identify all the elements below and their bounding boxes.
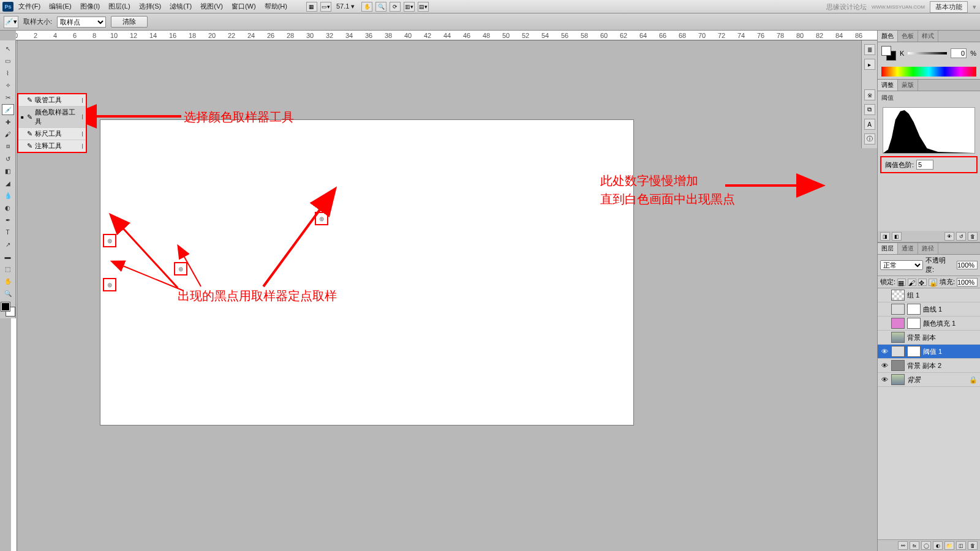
color-swatch[interactable] [1,302,15,316]
layer-row[interactable]: 背景 副本 [878,331,980,345]
flyout-item[interactable]: ■✎颜色取样器工具I [18,107,86,128]
brush-tool[interactable]: 🖌 [2,129,14,140]
lock-transparent-icon[interactable]: ▦ [897,279,906,286]
lasso-tool[interactable]: ⌇ [2,67,14,78]
layer-row[interactable]: 👁背景 副本 2 [878,359,980,373]
menu-window[interactable]: 窗口(W) [228,1,260,12]
dodge-tool[interactable]: ◐ [2,202,14,213]
flyout-item[interactable]: ✎吸管工具I [18,94,86,107]
k-slider[interactable] [908,52,947,54]
eraser-tool[interactable]: ◧ [2,165,14,176]
current-tool-icon[interactable]: 💉▾ [4,16,18,28]
tab-layers[interactable]: 图层 [878,243,898,254]
lock-position-icon[interactable]: ✥ [918,279,927,286]
tab-color[interactable]: 颜色 [878,31,898,42]
color-picker-swatch[interactable] [881,46,896,61]
adj-reset-icon[interactable]: ↺ [956,232,966,241]
extras-icon[interactable]: ▥▾ [404,2,415,12]
adjustment-layer-icon[interactable]: ◐ [933,541,943,550]
clone-panel-icon[interactable]: ⧉ [864,104,875,115]
gradient-tool[interactable]: ◢ [2,178,14,189]
menu-help[interactable]: 帮助(H) [261,1,291,12]
ruler-horizontal: 0246810121416182022242628303234363840424… [16,31,877,40]
3d-tool[interactable]: ⬚ [2,263,14,274]
tab-channels[interactable]: 通道 [898,243,918,254]
rotate-icon[interactable]: ⟳ [390,2,401,12]
group-icon[interactable]: 📁 [944,541,954,550]
adj-delete-icon[interactable]: 🗑 [968,232,978,241]
heal-tool[interactable]: ✚ [2,116,14,127]
fill-input[interactable] [957,278,978,287]
menu-layer[interactable]: 图层(L) [105,1,134,12]
adj-eye-icon[interactable]: 👁 [944,232,954,241]
eyedropper-tool[interactable]: 💉 [2,104,14,115]
sample-size-select[interactable]: 取样点 [57,17,106,28]
forum-url: WWW.MISSYUAN.COM [872,4,925,10]
actions-panel-icon[interactable]: ▸ [864,59,875,70]
screen-icon[interactable]: ▤▾ [418,2,429,12]
flyout-item[interactable]: ✎注释工具I [18,140,86,152]
layer-row[interactable]: 曲线 1 [878,302,980,317]
canvas-area [17,40,877,551]
type-tool[interactable]: T [2,227,14,238]
tab-styles[interactable]: 样式 [918,31,938,42]
tab-mask[interactable]: 蒙版 [898,80,918,91]
arrange-icon[interactable]: ▭▾ [320,2,331,12]
link-layers-icon[interactable]: ⚯ [898,541,908,550]
lock-pixels-icon[interactable]: 🖌 [908,279,916,286]
shape-tool[interactable]: ▬ [2,251,14,262]
brush-panel-icon[interactable]: ※ [864,89,875,100]
blend-mode-select[interactable]: 正常 [880,260,923,270]
crop-tool[interactable]: ✂ [2,92,14,103]
hand-tool[interactable]: ✋ [2,276,14,287]
lock-all-icon[interactable]: 🔒 [929,279,937,286]
zoom-icon[interactable]: 🔍 [375,2,386,12]
layer-row[interactable]: 组 1 [878,288,980,302]
history-panel-icon[interactable]: ≣ [864,44,875,55]
new-layer-icon[interactable]: ◫ [956,541,966,550]
document-canvas[interactable] [100,120,633,425]
flyout-item[interactable]: ✎标尺工具I [18,128,86,140]
mask-icon[interactable]: ◯ [921,541,931,550]
bridge-icon[interactable]: ▦ [306,2,317,12]
wand-tool[interactable]: ✧ [2,80,14,91]
zoom-tool[interactable]: 🔍 [2,288,14,299]
tab-swatches[interactable]: 色板 [898,31,918,42]
workspace-button[interactable]: 基本功能 [930,1,968,13]
menu-select[interactable]: 选择(S) [135,1,165,12]
tab-adjust[interactable]: 调整 [878,80,898,91]
menu-file[interactable]: 文件(F) [15,1,44,12]
color-spectrum[interactable] [881,67,976,77]
menu-image[interactable]: 图像(I) [77,1,104,12]
clear-button[interactable]: 清除 [111,16,148,28]
opacity-label: 不透明度: [925,256,954,274]
menu-filter[interactable]: 滤镜(T) [166,1,195,12]
threshold-input[interactable] [916,160,933,170]
fx-icon[interactable]: fx [910,541,919,550]
layer-row[interactable]: 👁阈值 1 [878,345,980,359]
move-tool[interactable]: ↖ [2,43,14,54]
layer-row[interactable]: 颜色填充 1 [878,317,980,331]
info-panel-icon[interactable]: ⓘ [864,133,875,144]
delete-layer-icon[interactable]: 🗑 [968,541,978,550]
color-panel-tabs: 颜色 色板 样式 [878,31,980,42]
history-brush-tool[interactable]: ↺ [2,153,14,164]
tab-paths[interactable]: 路径 [918,243,938,254]
layer-row[interactable]: 👁背景🔒 [878,373,980,387]
opacity-input[interactable] [957,261,978,269]
menu-edit[interactable]: 编辑(E) [45,1,75,12]
k-value[interactable]: 0 [951,48,967,58]
char-panel-icon[interactable]: A [864,119,875,130]
adj-expand-icon[interactable]: ◨ [880,232,890,241]
layers-list: 组 1曲线 1颜色填充 1背景 副本👁阈值 1👁背景 副本 2👁背景🔒 [878,288,980,539]
menu-view[interactable]: 视图(V) [197,1,227,12]
stamp-tool[interactable]: ⧈ [2,141,14,152]
path-tool[interactable]: ↗ [2,239,14,250]
adj-clip-icon[interactable]: ◧ [892,232,902,241]
hand-icon[interactable]: ✋ [361,2,372,12]
pen-tool[interactable]: ✒ [2,214,14,225]
ps-logo: Ps [2,2,13,12]
sample-marker-1 [174,262,187,276]
blur-tool[interactable]: 💧 [2,190,14,201]
marquee-tool[interactable]: ▭ [2,55,14,66]
